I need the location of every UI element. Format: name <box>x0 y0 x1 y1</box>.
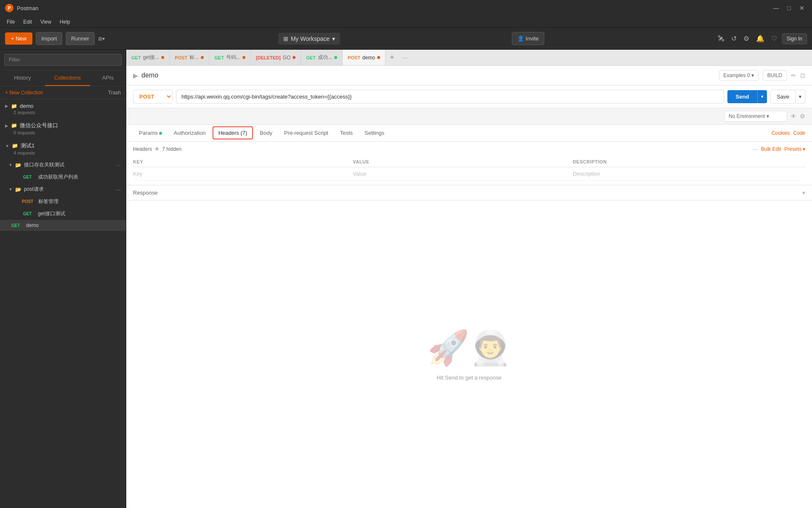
save-button[interactable]: Save <box>770 90 796 104</box>
hidden-count: 7 hidden <box>162 146 181 152</box>
sign-in-button[interactable]: Sign In <box>782 33 807 44</box>
heart-icon[interactable]: ♡ <box>769 33 779 44</box>
collection-count: 2 requests <box>13 110 121 115</box>
bulk-edit-button[interactable]: Bulk Edit <box>761 146 781 152</box>
folder-post[interactable]: ▼ 📂 post请求 ··· <box>0 183 126 195</box>
tab-post-标[interactable]: POST 标... <box>170 50 209 66</box>
list-item[interactable]: GET get接口测试 <box>0 208 126 220</box>
list-item[interactable]: POST 标签管理 <box>0 195 126 208</box>
build-button[interactable]: BUILD <box>763 70 787 81</box>
examples-button[interactable]: Examples 0 ▾ <box>719 70 759 81</box>
request-name: demo <box>26 222 39 228</box>
collection-demo[interactable]: ▶ 📁 demo 2 requests <box>0 99 126 118</box>
layout-icon-button[interactable]: ⊡ <box>800 72 805 79</box>
collection-weixin[interactable]: ▶ 📁 微信公众号接口 0 requests <box>0 118 126 139</box>
tab-get-号码[interactable]: GET 号码... <box>209 50 251 66</box>
folder-interface-test[interactable]: ▼ 📂 接口存在关联测试 ··· <box>0 159 126 171</box>
menu-view[interactable]: View <box>37 18 55 26</box>
tab-authorization[interactable]: Authorization <box>168 126 212 141</box>
method-get-badge: GET <box>20 174 35 180</box>
tab-collections[interactable]: Collections <box>45 70 90 86</box>
collection-test1[interactable]: ▼ 📁 测试1 4 requests <box>0 139 126 159</box>
toolbar-right: 🛰 ↺ ⚙ 🔔 ♡ Sign In <box>716 33 807 44</box>
menu-file[interactable]: File <box>3 18 18 26</box>
invite-button[interactable]: 👤 Invite <box>512 32 544 45</box>
tab-post-demo[interactable]: POST demo <box>343 50 386 66</box>
minimize-button[interactable]: — <box>771 4 782 12</box>
more-tabs-button[interactable]: ··· <box>398 50 412 66</box>
tab-history[interactable]: History <box>0 70 45 86</box>
sync-icon[interactable]: ↺ <box>729 33 738 44</box>
subfolder-icon: 📂 <box>15 162 21 168</box>
params-dot <box>159 132 162 135</box>
tab-headers[interactable]: Headers (7) <box>213 126 253 139</box>
header-dots-button[interactable]: ··· <box>753 146 758 152</box>
chevron-right-icon: ▶ <box>5 123 8 128</box>
save-dropdown-button[interactable]: ▾ <box>796 90 805 104</box>
table-header: KEY VALUE DESCRIPTION <box>133 157 805 167</box>
key-cell: Key <box>133 171 353 177</box>
folder-icon: 📁 <box>12 143 18 149</box>
notification-icon[interactable]: 🔔 <box>754 33 766 44</box>
env-label: No Environment <box>729 113 765 119</box>
tab-deleted-go[interactable]: [DELETED] GO <box>251 50 301 66</box>
folder-icon: 📁 <box>11 103 17 109</box>
response-header[interactable]: Response ▾ <box>126 185 812 201</box>
env-eye-button[interactable]: 👁 <box>791 113 796 120</box>
cookies-button[interactable]: Cookies <box>772 130 790 136</box>
trash-button[interactable]: Trash <box>108 90 121 96</box>
workspace-selector[interactable]: ⊞ My Workspace ▾ <box>278 33 340 45</box>
tab-body[interactable]: Body <box>254 126 278 141</box>
tab-params[interactable]: Params <box>133 126 168 141</box>
tab-apis[interactable]: APIs <box>90 70 126 86</box>
request-name: 成功获取用户列表 <box>38 174 78 181</box>
maximize-button[interactable]: □ <box>785 4 793 12</box>
response-area: Response ▾ 🚀👨‍🚀 Hit Send to get a respon… <box>126 185 812 508</box>
request-header: ▶ demo Examples 0 ▾ BUILD ✏ ⊡ <box>126 66 812 86</box>
runner-button[interactable]: Runner <box>66 32 95 45</box>
tab-get-成功[interactable]: GET 成功... <box>301 50 343 66</box>
menu-help[interactable]: Help <box>56 18 74 26</box>
folder-name: 接口存在关联测试 <box>24 161 64 168</box>
edit-icon-button[interactable]: ✏ <box>791 72 796 79</box>
sidebar-search-area <box>0 50 126 70</box>
new-button[interactable]: + New <box>5 32 32 45</box>
env-settings-button[interactable]: ⚙ <box>800 113 805 120</box>
url-bar: POST GET PUT DELETE PATCH Send ▾ Save ▾ <box>126 86 812 108</box>
tab-dot <box>293 56 296 59</box>
sidebar-content: ▶ 📁 demo 2 requests ▶ 📁 微信公众号接口 0 reques… <box>0 99 126 508</box>
menubar: File Edit View Help <box>0 16 812 28</box>
list-item[interactable]: GET 成功获取用户列表 <box>0 171 126 183</box>
environment-selector[interactable]: No Environment ▾ <box>724 111 787 122</box>
col-actions <box>793 159 805 164</box>
send-button[interactable]: Send <box>727 90 758 103</box>
layout-toggle-icon[interactable]: ⊞▾ <box>98 36 106 42</box>
request-header-right: Examples 0 ▾ BUILD ✏ ⊡ <box>719 70 805 81</box>
tab-settings[interactable]: Settings <box>359 126 390 141</box>
send-dropdown-button[interactable]: ▾ <box>757 90 767 103</box>
list-item[interactable]: GET demo <box>0 220 126 231</box>
method-label: GET <box>306 55 316 60</box>
rocket-illustration: 🚀👨‍🚀 <box>427 328 511 368</box>
response-hint: Hit Send to get a response <box>437 374 502 381</box>
method-post-badge: POST <box>20 199 35 204</box>
folder-menu-button[interactable]: ··· <box>116 186 121 193</box>
settings-icon[interactable]: ⚙ <box>742 33 751 44</box>
method-select[interactable]: POST GET PUT DELETE PATCH <box>133 90 173 104</box>
import-button[interactable]: Import <box>36 32 62 45</box>
add-tab-button[interactable]: + <box>386 50 399 66</box>
url-input[interactable] <box>176 90 724 104</box>
folder-menu-button[interactable]: ··· <box>116 162 121 168</box>
folder-item-left: ▼ 📂 接口存在关联测试 <box>8 161 64 168</box>
tab-label: GO <box>283 55 291 61</box>
new-collection-button[interactable]: + New Collection <box>5 90 43 96</box>
menu-edit[interactable]: Edit <box>20 18 35 26</box>
tab-tests[interactable]: Tests <box>334 126 359 141</box>
code-button[interactable]: Code <box>793 130 805 136</box>
tab-get-接[interactable]: GET get接... <box>126 50 170 66</box>
tab-pre-request[interactable]: Pre-request Script <box>278 126 334 141</box>
presets-button[interactable]: Presets ▾ <box>784 146 805 152</box>
close-button[interactable]: ✕ <box>797 4 807 12</box>
search-input[interactable] <box>4 54 122 66</box>
satellite-icon[interactable]: 🛰 <box>716 33 726 44</box>
